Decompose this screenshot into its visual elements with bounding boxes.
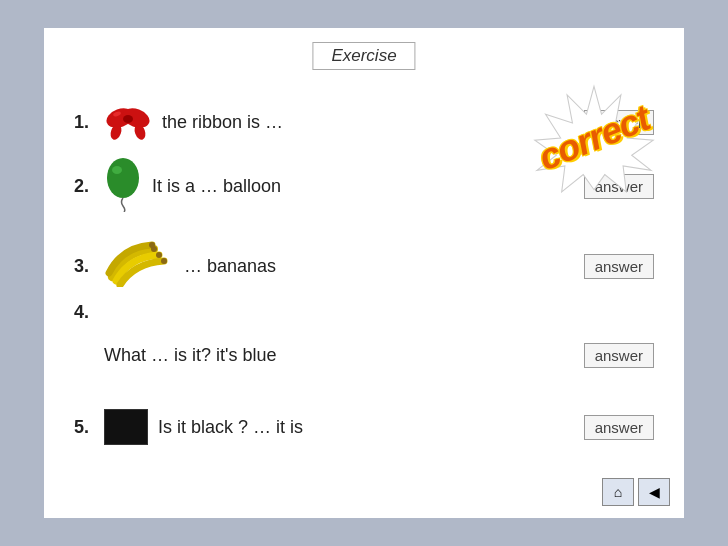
question-row-4: 4. What … is it? it's blue answer xyxy=(74,331,654,379)
question-row-4-blank: 4. xyxy=(74,302,654,323)
svg-point-8 xyxy=(112,166,122,174)
ribbon-image xyxy=(104,98,152,146)
spacer-2 xyxy=(74,389,654,403)
q2-number: 2. xyxy=(74,176,98,197)
svg-point-7 xyxy=(107,158,139,198)
q2-text: It is a … balloon xyxy=(152,176,576,197)
svg-point-3 xyxy=(123,115,133,123)
q3-answer-button[interactable]: answer xyxy=(584,254,654,279)
back-button[interactable]: ◀ xyxy=(638,478,670,506)
q4-answer-button[interactable]: answer xyxy=(584,343,654,368)
slide-title: Exercise xyxy=(312,42,415,70)
svg-point-11 xyxy=(161,258,167,264)
q1-text: the ribbon is … xyxy=(162,112,576,133)
q3-number: 3. xyxy=(74,256,98,277)
q1-number: 1. xyxy=(74,112,98,133)
q4-blank-number: 4. xyxy=(74,302,98,323)
q5-answer-button[interactable]: answer xyxy=(584,415,654,440)
q5-number: 5. xyxy=(74,417,98,438)
spacer-1 xyxy=(74,227,654,241)
q3-text: … bananas xyxy=(184,256,576,277)
question-row-3: 3. … bananas answer xyxy=(74,241,654,292)
starburst-decoration: correct xyxy=(524,83,664,193)
back-icon: ◀ xyxy=(649,484,660,500)
svg-point-10 xyxy=(156,252,162,258)
banana-image xyxy=(104,241,174,292)
black-square-image xyxy=(104,409,148,445)
svg-point-12 xyxy=(149,242,155,248)
nav-buttons: ⌂ ◀ xyxy=(602,478,670,506)
q5-text: Is it black ? … it is xyxy=(158,417,576,438)
slide: Exercise correct 1. xyxy=(44,28,684,518)
home-button[interactable]: ⌂ xyxy=(602,478,634,506)
q4-text: What … is it? it's blue xyxy=(104,345,576,366)
home-icon: ⌂ xyxy=(614,484,622,500)
question-row-5: 5. Is it black ? … it is answer xyxy=(74,403,654,451)
balloon-image xyxy=(104,156,142,217)
